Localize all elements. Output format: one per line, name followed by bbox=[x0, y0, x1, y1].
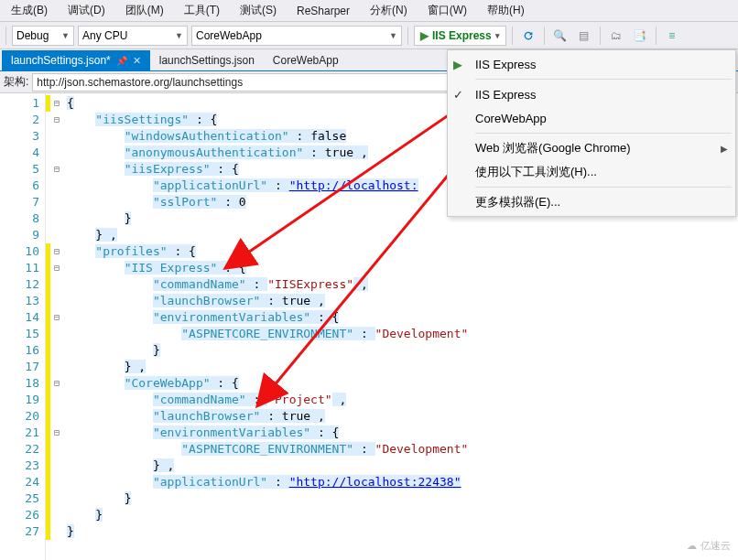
fold-column: ⊟⊟⊟⊟⊟⊟⊟⊟ bbox=[50, 93, 63, 560]
code-line[interactable]: "IIS Express" : { bbox=[67, 260, 738, 276]
tab-launchsettings[interactable]: launchSettings.json bbox=[150, 50, 264, 70]
fold-toggle[interactable]: ⊟ bbox=[50, 425, 63, 441]
run-label: IIS Express bbox=[432, 29, 492, 42]
schema-label: 架构: bbox=[4, 74, 28, 90]
menu-resharper[interactable]: ReSharper bbox=[289, 3, 357, 19]
toolbar-icon-1[interactable]: 🔍 bbox=[550, 26, 570, 46]
menu-team[interactable]: 团队(M) bbox=[118, 1, 171, 20]
line-number: 24 bbox=[0, 474, 45, 490]
fold-toggle[interactable]: ⊟ bbox=[50, 243, 63, 260]
code-line[interactable]: "ASPNETCORE_ENVIRONMENT" : "Development" bbox=[67, 326, 738, 342]
fold-toggle[interactable]: ⊟ bbox=[50, 309, 63, 326]
code-line[interactable]: "commandName" : "Project" , bbox=[67, 392, 738, 408]
dd-label: 更多模拟器(E)... bbox=[475, 194, 560, 210]
code-line[interactable]: } bbox=[67, 342, 738, 359]
code-line[interactable]: "CoreWebApp" : { bbox=[67, 375, 738, 392]
fold-toggle bbox=[50, 507, 63, 523]
line-number: 13 bbox=[0, 293, 45, 309]
fold-toggle bbox=[50, 227, 63, 243]
fold-toggle[interactable]: ⊟ bbox=[50, 95, 63, 112]
fold-toggle bbox=[50, 194, 63, 210]
menu-help[interactable]: 帮助(H) bbox=[480, 1, 532, 20]
code-line[interactable]: "environmentVariables" : { bbox=[67, 425, 738, 441]
check-icon: ✓ bbox=[453, 88, 463, 102]
code-line[interactable]: "profiles" : { bbox=[67, 243, 738, 260]
menu-tools[interactable]: 工具(T) bbox=[177, 1, 227, 20]
line-number: 4 bbox=[0, 145, 45, 161]
fold-toggle bbox=[50, 523, 63, 540]
code-line[interactable]: "ASPNETCORE_ENVIRONMENT" : "Development" bbox=[67, 441, 738, 458]
dd-iis-express-play[interactable]: ▶ IIS Express bbox=[448, 52, 735, 76]
menu-window[interactable]: 窗口(W) bbox=[420, 1, 474, 20]
main-menubar: 生成(B) 调试(D) 团队(M) 工具(T) 测试(S) ReSharper … bbox=[0, 0, 738, 22]
dd-label: CoreWebApp bbox=[475, 112, 547, 125]
schema-url: http://json.schemastore.org/launchsettin… bbox=[37, 76, 243, 89]
code-line[interactable]: "launchBrowser" : true , bbox=[67, 408, 738, 425]
project-combo[interactable]: CoreWebApp ▼ bbox=[191, 26, 402, 46]
code-line[interactable]: } bbox=[67, 490, 738, 507]
pin-icon[interactable]: 📌 bbox=[116, 56, 127, 66]
fold-toggle[interactable]: ⊟ bbox=[50, 161, 63, 178]
refresh-button[interactable] bbox=[518, 26, 538, 46]
fold-toggle bbox=[50, 145, 63, 161]
toolbar-icon-5[interactable]: ≡ bbox=[662, 26, 682, 46]
dd-more-emulators[interactable]: 更多模拟器(E)... bbox=[448, 190, 735, 214]
dd-label: IIS Express bbox=[475, 88, 536, 102]
line-number: 5 bbox=[0, 161, 45, 178]
platform-combo[interactable]: Any CPU ▼ bbox=[78, 26, 188, 46]
code-line[interactable]: "commandName" : "IISExpress" , bbox=[67, 276, 738, 293]
line-number: 10 bbox=[0, 243, 45, 260]
chevron-down-icon: ▼ bbox=[175, 31, 183, 40]
tab-launchsettings-modified[interactable]: launchSettings.json* 📌 ✕ bbox=[2, 50, 150, 70]
separator bbox=[5, 27, 6, 45]
dd-corewebapp[interactable]: CoreWebApp bbox=[448, 106, 735, 130]
fold-toggle[interactable]: ⊟ bbox=[50, 112, 63, 128]
dd-label: IIS Express bbox=[475, 58, 536, 71]
code-line[interactable]: } , bbox=[67, 458, 738, 474]
tab-corewebapp[interactable]: CoreWebApp bbox=[264, 50, 348, 70]
line-number: 7 bbox=[0, 194, 45, 210]
dd-web-browser[interactable]: Web 浏览器(Google Chrome) ▶ bbox=[448, 136, 735, 160]
chevron-down-icon: ▾ bbox=[495, 31, 500, 40]
toolbar-icon-3[interactable]: 🗂 bbox=[606, 26, 626, 46]
code-line[interactable]: } bbox=[67, 523, 738, 540]
code-line[interactable]: "launchBrowser" : true , bbox=[67, 293, 738, 309]
line-number: 2 bbox=[0, 112, 45, 128]
run-target-dropdown: ▶ IIS Express ✓ IIS Express CoreWebApp W… bbox=[447, 49, 736, 217]
watermark: ☁ 亿速云 bbox=[687, 539, 731, 553]
dd-label: 使用以下工具浏览(H)... bbox=[475, 164, 597, 180]
line-number: 11 bbox=[0, 260, 45, 276]
config-combo[interactable]: Debug ▼ bbox=[12, 26, 74, 46]
separator bbox=[544, 27, 545, 45]
toolbar-icon-4[interactable]: 📑 bbox=[630, 26, 650, 46]
code-line[interactable]: } , bbox=[67, 227, 738, 243]
fold-toggle[interactable]: ⊟ bbox=[50, 260, 63, 276]
watermark-text: 亿速云 bbox=[700, 539, 731, 553]
dd-browse-with[interactable]: 使用以下工具浏览(H)... bbox=[448, 160, 735, 184]
toolbar-icon-2[interactable]: ▤ bbox=[574, 26, 594, 46]
code-line[interactable]: "environmentVariables" : { bbox=[67, 309, 738, 326]
code-line[interactable]: } , bbox=[67, 359, 738, 375]
fold-toggle bbox=[50, 342, 63, 359]
run-button[interactable]: ▶ IIS Express ▾ bbox=[414, 26, 506, 46]
line-number-gutter: 1234567891011121314151617181920212223242… bbox=[0, 93, 46, 560]
menu-analyze[interactable]: 分析(N) bbox=[363, 1, 415, 20]
line-number: 23 bbox=[0, 458, 45, 474]
tab-label: launchSettings.json* bbox=[11, 54, 111, 67]
fold-toggle[interactable]: ⊟ bbox=[50, 375, 63, 392]
fold-toggle bbox=[50, 408, 63, 425]
separator bbox=[600, 27, 601, 45]
cloud-icon: ☁ bbox=[687, 540, 697, 552]
fold-toggle bbox=[50, 326, 63, 342]
play-icon: ▶ bbox=[420, 29, 429, 42]
dd-iis-express-checked[interactable]: ✓ IIS Express bbox=[448, 82, 735, 106]
fold-toggle bbox=[50, 210, 63, 227]
code-line[interactable]: "applicationUrl" : "http://localhost:224… bbox=[67, 474, 738, 490]
menu-debug[interactable]: 调试(D) bbox=[60, 1, 113, 20]
code-line[interactable]: } bbox=[67, 507, 738, 523]
dd-label: Web 浏览器(Google Chrome) bbox=[475, 140, 631, 156]
close-icon[interactable]: ✕ bbox=[133, 55, 141, 67]
menu-build[interactable]: 生成(B) bbox=[4, 1, 55, 20]
fold-toggle bbox=[50, 128, 63, 145]
menu-test[interactable]: 测试(S) bbox=[233, 1, 284, 20]
